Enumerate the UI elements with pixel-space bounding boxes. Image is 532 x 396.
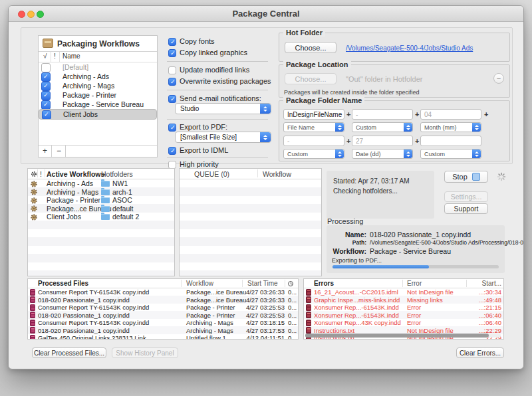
status-message: Checking hotfolders...	[333, 187, 398, 195]
indesign-file-icon	[30, 304, 35, 311]
settings-button[interactable]: Settings...	[444, 191, 488, 202]
clear-processed-files-button[interactable]: Clear Processed Files...	[32, 347, 106, 358]
remove-workflow-button[interactable]: −	[53, 146, 66, 157]
processed-file-name: GalTes 450 Original Links 238313 Link	[38, 334, 146, 339]
processed-files-body: Consumer Report TY-61543K copy.indd Pack…	[28, 288, 298, 339]
processed-file-start: 4/27 03:18:15	[235, 319, 285, 327]
export-pdf-checkbox[interactable]	[168, 124, 176, 132]
errors-hscrollbar-thumb[interactable]	[305, 334, 489, 338]
processed-file-row[interactable]: 018-020 Passionate_1 copy.indd Archiving…	[28, 327, 298, 335]
support-button[interactable]: Support	[444, 203, 488, 214]
errors-column-header: Errors	[314, 280, 334, 287]
stop-button[interactable]: Stop	[444, 171, 488, 183]
folder-name-field-3[interactable]: 04	[420, 109, 481, 120]
workflow-gear-icon	[30, 205, 38, 213]
folder-name-type-select-6[interactable]: Custom	[420, 149, 481, 159]
workflow-enabled-checkbox[interactable]	[41, 63, 51, 72]
folder-name-field-6[interactable]	[420, 136, 481, 146]
queue-body	[180, 179, 321, 276]
processed-files-table: Processed Files Workflow Start Time Cons…	[27, 278, 299, 340]
workflow-enabled-checkbox[interactable]	[41, 91, 51, 100]
desktop: Package Central Packaging Workflows √ ! …	[0, 0, 532, 396]
workflow-row[interactable]: [Default]	[39, 62, 157, 72]
active-workflow-name: Archiving - Ads	[47, 179, 93, 188]
hot-folder-choose-button[interactable]: Choose...	[285, 42, 336, 53]
active-workflow-row[interactable]: Archiving - Ads NW1	[28, 179, 174, 188]
error-file-name: Graphic Inspe...miss-links.indd	[314, 296, 400, 304]
packaging-workflows-header: Packaging Workflows	[39, 36, 157, 52]
folder-name-field-5[interactable]: 27	[352, 136, 413, 146]
folder-icon	[101, 181, 110, 187]
alert-column-header: !	[54, 52, 56, 60]
errors-hscrollbar[interactable]	[305, 334, 501, 338]
processed-file-start: 4/27 03:25:53	[235, 304, 285, 312]
titlebar[interactable]: Package Central	[9, 6, 523, 22]
email-profile-select[interactable]: Studio	[175, 103, 271, 114]
export-pdf-label: Export to PDF:	[180, 123, 227, 131]
active-workflow-row[interactable]: Archiving - Mags arch-1	[28, 188, 174, 197]
workflow-row[interactable]: Archiving - Mags	[39, 81, 157, 90]
errors-header: Errors Error Start...	[304, 279, 503, 288]
package-location-group: Package Location Choose... "Out" folder …	[279, 64, 510, 98]
select-arrows-icon	[335, 123, 344, 132]
folder-name-field-2[interactable]: -	[352, 109, 413, 120]
error-row[interactable]: Xonsumer Rep...43K copy.indd Error ...:0…	[304, 319, 503, 327]
clear-errors-button[interactable]: Clear Errors...	[456, 347, 504, 358]
workflow-row[interactable]: Client Jobs	[39, 109, 157, 120]
error-row[interactable]: 16_21_Acoust...-CC2015.idml Not InDesign…	[304, 288, 503, 296]
workflow-row[interactable]: Package - Service Bureau	[39, 100, 157, 109]
processed-file-row[interactable]: Consumer Report TY-61543K copy.indd Pack…	[28, 288, 298, 296]
type-value: Custom	[424, 151, 445, 157]
start-time-column-header: Start Time	[247, 280, 278, 287]
show-history-panel-button[interactable]: Show History Panel	[112, 347, 178, 358]
workflow-enabled-checkbox[interactable]	[41, 100, 51, 110]
overwrite-existing-checkbox[interactable]	[168, 78, 176, 86]
pdf-preset-select[interactable]: [Smallest File Size]	[175, 132, 271, 143]
export-idml-checkbox[interactable]	[168, 147, 176, 155]
processing-file-path: /Volumes/SeagateE-500-4/Jobs/Studio Ads/…	[370, 239, 524, 246]
plus-separator: +	[346, 110, 350, 118]
processed-file-row[interactable]: 018-020 Passionate_1 copy.indd Package -…	[28, 312, 298, 320]
error-row[interactable]: Xonsumer Rep...-61543K.indd Error ...:06…	[304, 312, 503, 320]
folder-name-field-1[interactable]: InDesignFileName	[283, 109, 344, 120]
workflow-row[interactable]: Archiving - Ads	[39, 72, 157, 81]
hot-folder-path-link[interactable]: /Volumes/SeagateE-500-4/Jobs/Studio Ads	[346, 45, 473, 52]
copy-fonts-checkbox[interactable]	[168, 38, 176, 46]
processed-file-row[interactable]: GalTes 450 Original Links 238313 Link Un…	[28, 334, 298, 339]
workflow-enabled-checkbox[interactable]	[41, 82, 51, 91]
folder-name-type-select-4[interactable]: Custom	[283, 149, 344, 159]
active-workflow-name: Client Jobs	[47, 213, 81, 221]
folder-name-type-select-5[interactable]: Date (dd)	[352, 149, 413, 159]
indesign-file-icon	[30, 312, 35, 318]
processed-file-row[interactable]: Consumer Report TY-61543K copy.indd Pack…	[28, 304, 298, 312]
active-workflow-row[interactable]: Client Jobs default 2	[28, 213, 174, 221]
packaging-workflows-list: Packaging Workflows √ ! Name [Default] A…	[38, 35, 158, 157]
active-workflow-row[interactable]: Package...ce Bureau default	[28, 205, 174, 213]
send-email-checkbox[interactable]	[168, 95, 176, 103]
error-start-time: ...:06:40	[455, 319, 501, 327]
processed-file-row[interactable]: Consumer Report TY-61543K copy.indd Arch…	[28, 319, 298, 327]
type-value: Month (mm)	[424, 124, 457, 131]
copy-linked-graphics-checkbox[interactable]	[168, 49, 176, 57]
folder-name-type-select-2[interactable]: Custom	[352, 122, 413, 132]
folder-name-field-4[interactable]: -	[283, 136, 344, 146]
processed-file-row[interactable]: 018-020 Passionate_1 copy.indd Package..…	[28, 296, 298, 304]
workflow-row[interactable]: Package - Printer	[39, 90, 157, 100]
add-workflow-button[interactable]: +	[39, 146, 52, 157]
processed-file-duration: 0...	[288, 304, 297, 312]
workflow-enabled-checkbox[interactable]	[42, 110, 51, 120]
error-row[interactable]: Graphic Inspe...miss-links.indd Missing …	[304, 296, 503, 304]
error-row[interactable]: Xonsumer Rep...-61543K.indd Error ...:21…	[304, 304, 503, 312]
send-email-label: Send e-mail notifications:	[180, 94, 261, 102]
spinner-icon	[497, 172, 506, 181]
package-location-choose-button[interactable]: Choose...	[285, 73, 336, 84]
folder-name-type-select-1[interactable]: File Name	[283, 122, 344, 132]
hotfolder-name: default	[112, 205, 134, 213]
active-workflow-row[interactable]: Package - Printer ASOC	[28, 196, 174, 205]
update-modified-links-checkbox[interactable]	[168, 66, 176, 74]
package-location-minus-button[interactable]: −	[493, 73, 504, 84]
export-idml-label: Export to IDML	[180, 146, 228, 154]
workflow-enabled-checkbox[interactable]	[41, 72, 51, 82]
folder-name-type-select-3[interactable]: Month (mm)	[420, 122, 481, 132]
error-start-column-header: Start...	[470, 280, 501, 287]
